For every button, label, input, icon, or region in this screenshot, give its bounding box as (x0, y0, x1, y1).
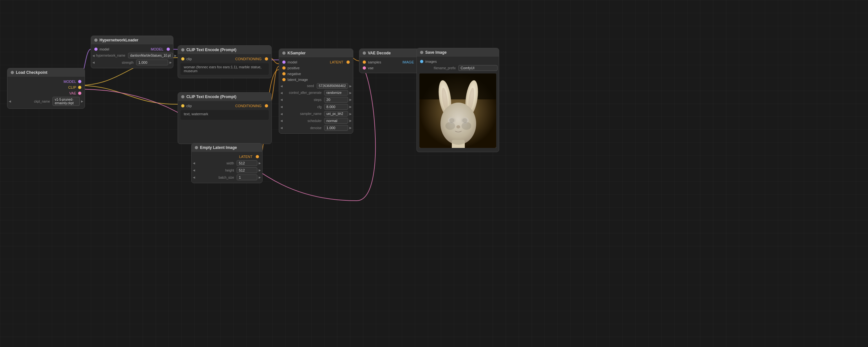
samples-in-label: samples (368, 60, 383, 64)
images-in-label: images (425, 60, 496, 64)
sampler-left-arrow[interactable]: ◀ (280, 112, 283, 115)
filename-prefix-value[interactable]: ComfyUI (458, 65, 498, 71)
steps-field: ◀ steps 20 ▶ (279, 96, 353, 103)
ctrl-label: control_after_generate (284, 91, 323, 95)
ksampler-body: model LATENT positive negative latent_im… (279, 57, 353, 133)
vae-in-dot (363, 66, 366, 70)
batch-size-field: ◀ batch_size 1 ▶ (191, 174, 262, 181)
steps-left-arrow[interactable]: ◀ (280, 98, 283, 101)
hn-left-arrow[interactable]: ◀ (92, 54, 95, 57)
negative-prompt-text[interactable]: text, watermark (181, 110, 269, 120)
sched-left-arrow[interactable]: ◀ (280, 119, 283, 123)
save-image-dot (420, 51, 423, 54)
width-left-arrow[interactable]: ◀ (193, 162, 195, 165)
pos-ks-label: positive (287, 66, 350, 70)
scheduler-value[interactable]: normal (324, 118, 348, 124)
hypernetwork-name-field: ◀ hypernetwork_name dantionMarbleStatues… (91, 52, 173, 59)
latent-output-port: LATENT (191, 154, 262, 160)
hn-name-value[interactable]: dantionMarbleStatues_10.pt (128, 53, 173, 58)
empty-latent-image-node: Empty Latent Image LATENT ◀ width 512 ▶ … (191, 143, 262, 183)
batch-right-arrow[interactable]: ▶ (259, 176, 261, 179)
model-label: MODEL (11, 80, 76, 83)
clip-pos-in-dot (181, 57, 184, 61)
ckpt-value[interactable]: v1-5-pruned-emaonly.ckpt (53, 97, 80, 106)
cfg-value[interactable]: 8.000 (324, 104, 348, 110)
samples-in-dot (363, 61, 366, 64)
ckpt-left-arrow[interactable]: ◀ (9, 100, 11, 103)
model-ks-label: model (287, 60, 307, 64)
images-in-row: images (417, 59, 499, 64)
cfg-right-arrow[interactable]: ▶ (349, 105, 352, 108)
strength-left-arrow[interactable]: ◀ (92, 61, 95, 64)
height-right-arrow[interactable]: ▶ (259, 169, 261, 172)
ctrl-left-arrow[interactable]: ◀ (280, 91, 283, 95)
clip-neg-input-port: clip CONDITIONING (178, 103, 271, 109)
svg-rect-1 (420, 73, 496, 99)
ckpt-field: ◀ ckpt_name v1-5-pruned-emaonly.ckpt ▶ (7, 96, 85, 106)
clip-output-port: CLIP (7, 84, 85, 90)
ctrl-value[interactable]: randomize (324, 90, 348, 96)
filename-prefix-field: filename_prefix ComfyUI (417, 64, 499, 72)
vae-in-label: vae (368, 66, 421, 70)
clip-dot (78, 86, 81, 89)
height-field: ◀ height 512 ▶ (191, 167, 262, 174)
strength-right-arrow[interactable]: ▶ (169, 61, 172, 64)
hypernetwork-loader-node: HypernetworkLoader model MODEL ◀ hyperne… (91, 36, 174, 68)
denoise-value[interactable]: 1.000 (324, 125, 348, 131)
clip-neg-title: CLIP Text Encode (Prompt) (186, 95, 236, 99)
vae-decode-header: VAE Decode (360, 49, 424, 57)
load-checkpoint-dot (11, 71, 14, 74)
sampler-right-arrow[interactable]: ▶ (349, 112, 352, 115)
sampler-name-label: sampler_name (284, 112, 323, 115)
clip-label: CLIP (11, 85, 76, 89)
seed-value[interactable]: 572636856966402 (317, 83, 348, 89)
save-image-header: Save Image (417, 48, 499, 57)
sampler-name-value[interactable]: uni_pc_bh2 (324, 111, 348, 116)
clip-text-encode-positive-node: CLIP Text Encode (Prompt) clip CONDITION… (178, 45, 272, 78)
clip-neg-body: clip CONDITIONING text, watermark (178, 101, 271, 123)
denoise-right-arrow[interactable]: ▶ (349, 126, 352, 130)
ckpt-label: ckpt_name (12, 100, 51, 103)
image-out-label: IMAGE (403, 60, 414, 64)
load-checkpoint-node: Load Checkpoint MODEL CLIP VAE ◀ ckpt_na… (7, 68, 85, 109)
strength-value[interactable]: 1.000 (136, 60, 168, 65)
clip-neg-in-label: clip (186, 104, 209, 108)
scheduler-field: ◀ scheduler normal ▶ (279, 117, 353, 124)
cfg-left-arrow[interactable]: ◀ (280, 105, 283, 108)
empty-latent-dot (195, 146, 198, 149)
sampler-name-field: ◀ sampler_name uni_pc_bh2 ▶ (279, 110, 353, 117)
hypernetwork-dot (94, 38, 98, 42)
positive-prompt-text[interactable]: woman (fennec ears fox ears:1.1), marble… (181, 63, 269, 75)
ctrl-right-arrow[interactable]: ▶ (349, 91, 352, 95)
scheduler-label: scheduler (284, 119, 323, 123)
hypernetwork-header: HypernetworkLoader (91, 36, 173, 44)
svg-point-15 (462, 122, 471, 130)
seed-left-arrow[interactable]: ◀ (280, 84, 283, 88)
model-in-row: model LATENT (279, 59, 353, 65)
denoise-left-arrow[interactable]: ◀ (280, 126, 283, 130)
height-value[interactable]: 512 (237, 167, 257, 173)
steps-value[interactable]: 20 (324, 97, 348, 103)
latent-ks-label: LATENT (330, 60, 343, 64)
clip-pos-body: clip CONDITIONING woman (fennec ears fox… (178, 54, 271, 78)
width-value[interactable]: 512 (237, 160, 257, 166)
hn-right-arrow[interactable]: ▶ (175, 54, 177, 57)
vae-decode-node: VAE Decode samples IMAGE vae (359, 48, 424, 73)
load-checkpoint-title: Load Checkpoint (16, 70, 47, 75)
batch-size-value[interactable]: 1 (237, 174, 257, 180)
conditioning-neg-dot (265, 104, 268, 107)
width-right-arrow[interactable]: ▶ (259, 162, 261, 165)
seed-right-arrow[interactable]: ▶ (349, 84, 352, 88)
denoise-label: denoise (284, 126, 323, 130)
sched-right-arrow[interactable]: ▶ (349, 119, 352, 123)
steps-right-arrow[interactable]: ▶ (349, 98, 352, 101)
batch-left-arrow[interactable]: ◀ (193, 176, 195, 179)
clip-pos-header: CLIP Text Encode (Prompt) (178, 46, 271, 54)
height-left-arrow[interactable]: ◀ (193, 169, 195, 172)
ckpt-right-arrow[interactable]: ▶ (81, 100, 83, 103)
clip-text-encode-negative-node: CLIP Text Encode (Prompt) clip CONDITION… (178, 92, 272, 144)
latent-ks-dot (346, 61, 350, 64)
vae-decode-title: VAE Decode (368, 51, 391, 55)
hypernetwork-title: HypernetworkLoader (99, 38, 138, 42)
seed-label: seed (284, 84, 315, 88)
